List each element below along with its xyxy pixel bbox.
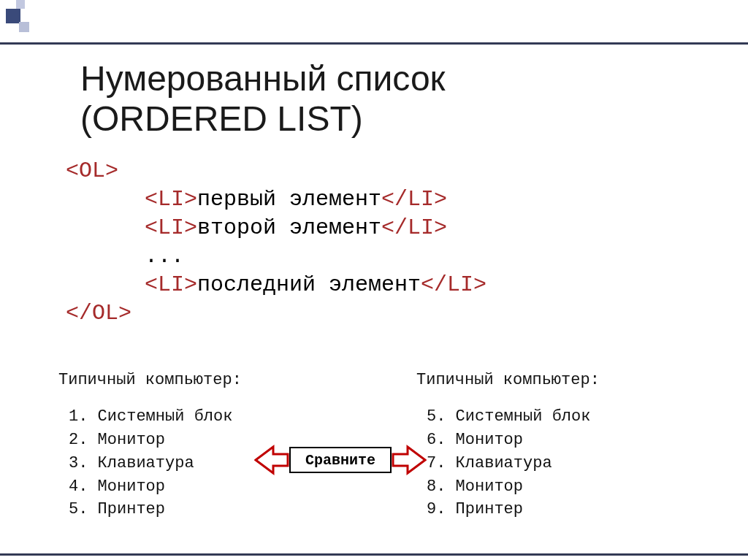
- examples-row: Типичный компьютер: 1. Системный блок 2.…: [58, 369, 719, 521]
- list-item: 4. Монитор: [69, 475, 329, 499]
- code-dots: ...: [145, 244, 184, 269]
- title-line-2: (ORDERED LIST): [80, 99, 363, 138]
- code-text-itemlast: последний элемент: [197, 272, 421, 297]
- list-item: 8. Монитор: [427, 475, 600, 499]
- list-item: 6. Монитор: [427, 429, 600, 452]
- tag-li-close: </LI>: [421, 272, 486, 297]
- top-divider: [0, 42, 748, 45]
- list-item: 9. Принтер: [427, 498, 600, 521]
- example-right: Типичный компьютер: 5. Системный блок 6.…: [416, 369, 600, 521]
- list-item: 5. Системный блок: [427, 405, 600, 429]
- list-item: 1. Системный блок: [69, 405, 329, 429]
- tag-li-close: </LI>: [381, 187, 447, 212]
- example-left-heading: Типичный компьютер:: [58, 369, 329, 392]
- tag-li-open: <LI>: [145, 187, 197, 212]
- arrow-right-icon: [392, 442, 427, 477]
- code-text-item2: второй элемент: [197, 215, 381, 240]
- list-item: 5. Принтер: [69, 498, 329, 521]
- tag-li-open: <LI>: [145, 272, 197, 297]
- compare-label: Сравните: [289, 447, 392, 473]
- tag-li-close: </LI>: [381, 215, 447, 240]
- compare-text: Сравните: [305, 452, 375, 469]
- svg-marker-1: [393, 447, 425, 473]
- tag-ol-close: </OL>: [66, 301, 131, 326]
- code-text-item1: первый элемент: [197, 187, 381, 212]
- example-right-list: 5. Системный блок 6. Монитор 7. Клавиату…: [416, 405, 600, 521]
- list-item: 7. Клавиатура: [427, 452, 600, 475]
- bottom-divider: [0, 553, 748, 556]
- tag-li-open: <LI>: [145, 215, 197, 240]
- svg-marker-0: [256, 447, 288, 473]
- example-right-heading: Типичный компьютер:: [416, 369, 600, 392]
- slide-corner-decoration: [0, 0, 51, 44]
- tag-ol-open: <OL>: [66, 158, 118, 183]
- slide-title: Нумерованный список (ORDERED LIST): [80, 58, 446, 139]
- code-example: <OL> <LI>первый элемент</LI> <LI>второй …: [66, 157, 486, 328]
- title-line-1: Нумерованный список: [80, 59, 446, 98]
- arrow-left-icon: [254, 442, 289, 477]
